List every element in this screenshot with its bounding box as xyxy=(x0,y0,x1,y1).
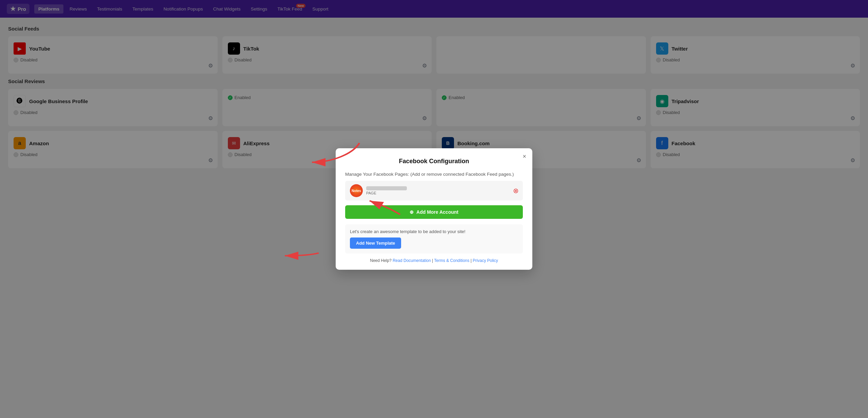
page-label: PAGE xyxy=(366,191,518,195)
page-avatar: Notes xyxy=(350,184,363,197)
page-name-blurred xyxy=(366,186,407,190)
facebook-config-modal: × Facebook Configuration Manage Your Fac… xyxy=(336,148,532,270)
footer-privacy-link[interactable]: Privacy Policy xyxy=(473,258,498,263)
modal-close-button[interactable]: × xyxy=(522,153,526,160)
template-desc: Let's create an awesome template to be a… xyxy=(350,229,518,234)
add-more-account-button[interactable]: ⊕ Add More Account xyxy=(345,205,523,219)
add-more-plus-icon: ⊕ xyxy=(410,209,414,215)
modal-title: Facebook Configuration xyxy=(345,158,523,165)
modal-footer: Need Help? Read Documentation | Terms & … xyxy=(345,258,523,263)
footer-docs-link[interactable]: Read Documentation xyxy=(393,258,431,263)
add-more-label: Add More Account xyxy=(416,209,458,215)
add-new-template-button[interactable]: Add New Template xyxy=(350,238,401,249)
modal-manage-label: Manage Your Facebook Pages: (Add or remo… xyxy=(345,172,523,177)
page-remove-button[interactable]: ⊗ xyxy=(513,187,519,195)
footer-terms-link[interactable]: Terms & Conditions xyxy=(434,258,469,263)
modal-overlay[interactable]: × Facebook Configuration Manage Your Fac… xyxy=(0,0,868,418)
modal-manage-sublabel: (Add or remove connected Facebook Feed p… xyxy=(410,172,514,177)
template-section: Let's create an awesome template to be a… xyxy=(345,224,523,253)
facebook-page-row: Notes PAGE ⊗ xyxy=(345,181,523,201)
